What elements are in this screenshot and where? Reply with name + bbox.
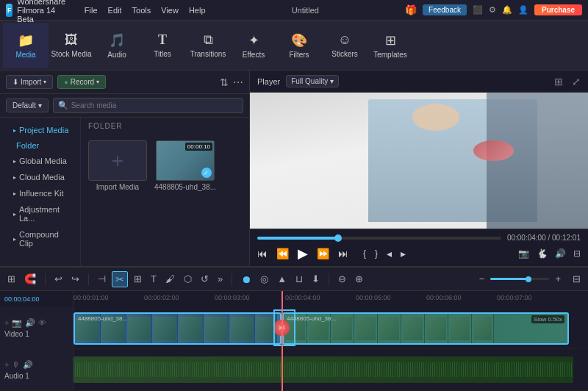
audio-mute-icon[interactable]: 🔊 xyxy=(23,360,33,370)
text-tool-icon[interactable]: T xyxy=(148,272,159,286)
magnet-icon[interactable]: 🧲 xyxy=(21,272,39,286)
speed-icon[interactable]: ↺ xyxy=(198,272,212,286)
skip-to-end-button[interactable]: ⏭ xyxy=(338,248,348,259)
clip-left-label: 4488805-uhd_38... xyxy=(78,315,127,322)
progress-handle[interactable] xyxy=(334,234,342,242)
menu-help[interactable]: Help xyxy=(189,6,206,15)
timeline-toolbar: ⊞ 🧲 ↩ ↪ ⊣ ✂ ⊞ T 🖌 ⬡ ↺ » ⏺ ◎ ▲ ⊔ ⬇ ⊖ ⊕ − … xyxy=(0,268,588,291)
split-icon[interactable]: ⊣ xyxy=(95,272,109,286)
sidebar-item-cloud-media[interactable]: ▸ Cloud Media xyxy=(0,169,80,185)
video-clip-right[interactable]: 4488805-uhd_38... Slow 0.50x xyxy=(282,312,569,345)
audio-track-content[interactable] xyxy=(74,349,588,391)
tl-tool-6[interactable]: ⊖ xyxy=(335,272,349,286)
tool-transitions-label: Transitions xyxy=(190,50,226,58)
tool-filters[interactable]: 🎨 Filters xyxy=(276,23,322,68)
minimize-icon[interactable]: ⬛ xyxy=(473,5,483,15)
paint-icon[interactable]: 🖌 xyxy=(162,272,178,286)
tool-transitions[interactable]: ⧉ Transitions xyxy=(185,23,231,68)
play-button[interactable]: ▶ xyxy=(298,245,308,262)
tool-templates[interactable]: ⊞ Templates xyxy=(368,23,413,68)
media-file-item[interactable]: 00:00:10 ✓ 4488805-uhd_38... xyxy=(154,140,216,191)
record-tl-icon[interactable]: ⏺ xyxy=(238,272,254,287)
menu-view[interactable]: View xyxy=(161,6,179,15)
step-back-button[interactable]: ⏪ xyxy=(276,248,289,259)
sort-icon[interactable]: ⇅ xyxy=(220,76,229,88)
mark-out-icon[interactable]: } xyxy=(375,248,378,259)
video-clip-left[interactable]: 4488805-uhd_38... xyxy=(74,312,282,345)
video-eye-icon[interactable]: 👁 xyxy=(38,318,46,328)
transform-icon[interactable]: ⬡ xyxy=(181,272,195,286)
zoom-out-icon[interactable]: − xyxy=(476,272,488,286)
menu-edit[interactable]: Edit xyxy=(108,6,122,15)
audio-add-icon[interactable]: + xyxy=(4,360,9,370)
media-content-area: FOLDER + Import Media 00:00:10 xyxy=(81,118,249,266)
menu-tools[interactable]: Tools xyxy=(132,6,151,15)
video-speaker-icon[interactable]: 🔊 xyxy=(25,318,35,328)
next-mark-button[interactable]: ▸ xyxy=(401,248,406,259)
fullscreen-icon[interactable]: ⤢ xyxy=(572,76,581,87)
speed-icon[interactable]: 🐇 xyxy=(537,248,548,259)
undo-button[interactable]: ↩ xyxy=(51,272,65,286)
search-input[interactable] xyxy=(71,101,238,110)
video-track-content[interactable]: 4488805-uhd_38... xyxy=(74,307,588,349)
tool-media[interactable]: 📁 Media xyxy=(3,23,49,68)
tool-audio[interactable]: 🎵 Audio xyxy=(94,23,140,68)
tl-tool-4[interactable]: ⊔ xyxy=(293,272,306,286)
sidebar-item-global-media[interactable]: ▸ Global Media xyxy=(0,153,80,169)
video-add-icon[interactable]: + xyxy=(4,318,9,328)
transitions-icon: ⧉ xyxy=(204,32,213,48)
cut-tool-button[interactable]: ✂ xyxy=(112,271,128,287)
crop-icon[interactable]: ⊞ xyxy=(131,272,145,286)
more-tools-icon[interactable]: » xyxy=(215,272,226,286)
feedback-button[interactable]: Feedback xyxy=(423,4,467,15)
cut-marker[interactable]: ✂ xyxy=(273,320,290,336)
purchase-button[interactable]: Purchase xyxy=(534,4,582,15)
add-track-icon[interactable]: ⊞ xyxy=(4,272,18,286)
timeline-ruler[interactable]: 00:00:01:00 00:00:02:00 00:00:03:00 00:0… xyxy=(74,291,588,307)
camera-tl-icon[interactable]: ◎ xyxy=(257,272,271,286)
zoom-in-icon[interactable]: + xyxy=(552,272,564,286)
progress-bar[interactable] xyxy=(257,237,501,240)
video-camera-icon[interactable]: 📷 xyxy=(12,318,22,328)
gift-icon[interactable]: 🎁 xyxy=(405,4,417,15)
sidebar-item-adjustment[interactable]: ▸ Adjustment La... xyxy=(0,201,80,226)
audio-settings-icon[interactable]: ⊟ xyxy=(573,248,581,259)
snapshot-icon[interactable]: 📷 xyxy=(518,248,529,259)
record-button[interactable]: ● Record ▾ xyxy=(57,75,106,89)
sidebar-arrow-adjust: ▸ xyxy=(13,211,16,218)
quality-select[interactable]: Full Quality ▾ xyxy=(286,75,339,87)
tool-effects[interactable]: ✦ Effects xyxy=(231,23,276,68)
prev-mark-button[interactable]: ◂ xyxy=(387,248,392,259)
step-forward-button[interactable]: ⏩ xyxy=(317,248,329,259)
tl-tool-3[interactable]: ▲ xyxy=(274,272,290,286)
menu-file[interactable]: File xyxy=(85,6,98,15)
filters-icon: 🎨 xyxy=(291,32,307,49)
settings-icon[interactable]: ⚙ xyxy=(489,5,496,15)
import-button[interactable]: ⬇ Import ▾ xyxy=(6,75,53,89)
redo-button[interactable]: ↪ xyxy=(68,272,82,286)
tool-stickers[interactable]: ☺ Stickers xyxy=(322,23,368,68)
more-options-icon[interactable]: ⋯ xyxy=(233,76,243,88)
import-media-item[interactable]: + Import Media xyxy=(88,140,147,191)
grid-icon[interactable]: ⊞ xyxy=(554,76,563,87)
skip-to-start-button[interactable]: ⏮ xyxy=(257,248,268,259)
sidebar-item-compound-clip[interactable]: ▸ Compound Clip xyxy=(0,226,80,251)
default-dropdown[interactable]: Default ▾ xyxy=(6,98,49,112)
mark-in-icon[interactable]: { xyxy=(363,248,366,259)
media-file-thumb[interactable]: 00:00:10 ✓ xyxy=(156,140,215,181)
import-media-thumb[interactable]: + xyxy=(88,140,147,181)
volume-icon[interactable]: 🔊 xyxy=(555,248,566,259)
notification-icon[interactable]: 🔔 xyxy=(502,5,512,15)
timeline-settings-icon[interactable]: ⊟ xyxy=(570,272,584,286)
tl-tool-7[interactable]: ⊕ xyxy=(352,272,366,286)
sidebar-item-folder[interactable]: Folder xyxy=(0,138,80,153)
tool-stock-media[interactable]: 🖼 Stock Media xyxy=(49,23,94,68)
audio-mic-icon[interactable]: 🎙 xyxy=(12,360,20,370)
audio-clip[interactable] xyxy=(74,356,573,383)
sidebar-item-influence-kit[interactable]: ▸ Influence Kit xyxy=(0,185,80,201)
tl-tool-5[interactable]: ⬇ xyxy=(309,272,323,286)
zoom-slider[interactable] xyxy=(490,278,549,280)
sidebar-item-project-media[interactable]: ▸ Project Media xyxy=(0,122,80,138)
user-icon[interactable]: 👤 xyxy=(518,5,528,15)
tool-titles[interactable]: T Titles xyxy=(140,23,185,68)
